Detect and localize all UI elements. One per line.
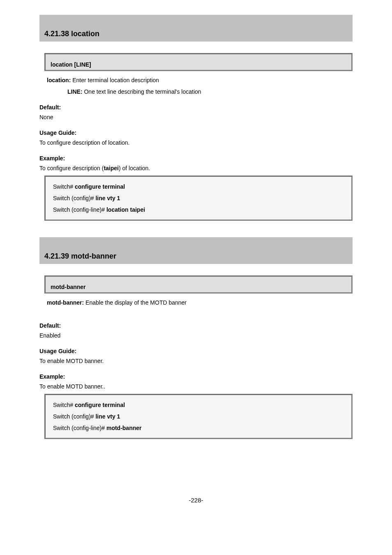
code-line: Switch# configure terminal [53, 399, 344, 411]
param-key: location: [47, 77, 71, 83]
command: location taipei [106, 206, 145, 213]
code-line: Switch (config)# line vty 1 [53, 192, 344, 204]
example-text-post: ) of location. [119, 165, 150, 171]
usage-value: To enable MOTD banner. [39, 358, 353, 364]
command: line vty 1 [95, 195, 120, 201]
param-key: LINE: [67, 88, 83, 95]
prompt: Switch# [53, 402, 75, 408]
code-line: Switch (config-line)# motd-banner [53, 422, 344, 434]
param-desc: Enter terminal location description [71, 77, 159, 83]
command-title: 4.21.38 location [44, 30, 99, 38]
example-value: To enable MOTD banner.. [39, 383, 353, 390]
param-line-location: location: Enter terminal location descri… [47, 77, 353, 83]
param-desc: One text line describing the terminal's … [83, 88, 201, 95]
page-number: -228- [39, 497, 353, 504]
code-line: Switch (config-line)# location taipei [53, 204, 344, 215]
section-location: 4.21.38 location location [LINE] locatio… [39, 15, 353, 221]
command-title: 4.21.39 motd-banner [44, 252, 116, 260]
code-box: Switch# configure terminal Switch (confi… [44, 176, 353, 221]
code-box: Switch# configure terminal Switch (confi… [44, 394, 353, 439]
param-key: motd-banner: [47, 299, 84, 306]
example-text: To configure description (taipei) of loc… [39, 165, 353, 171]
param-desc: Enable the display of the MOTD banner [84, 299, 187, 306]
example-label: Example: [39, 373, 353, 380]
example-text-pre: To configure description ( [39, 165, 104, 171]
param-line-line: LINE: One text line describing the termi… [67, 88, 353, 95]
prompt: Switch (config-line)# [53, 206, 106, 213]
command-title-bar: 4.21.38 location [39, 15, 353, 42]
syntax-text: motd-banner [51, 284, 86, 290]
syntax-text: location [LINE] [51, 61, 91, 68]
usage-value: To configure description of location. [39, 139, 353, 146]
command: line vty 1 [95, 413, 120, 420]
command: configure terminal [75, 183, 125, 190]
syntax-box: location [LINE] [44, 53, 353, 71]
command: motd-banner [106, 425, 142, 431]
default-value: None [39, 114, 353, 120]
prompt: Switch (config)# [53, 413, 95, 420]
code-line: Switch# configure terminal [53, 181, 344, 192]
usage-label: Usage Guide: [39, 348, 353, 354]
syntax-box: motd-banner [44, 275, 353, 294]
default-label: Default: [39, 322, 353, 329]
example-text-bold: taipei [104, 165, 119, 171]
section-motd-banner: 4.21.39 motd-banner motd-banner motd-ban… [39, 237, 353, 439]
prompt: Switch (config)# [53, 195, 95, 201]
param-line-motd: motd-banner: Enable the display of the M… [47, 299, 353, 306]
command: configure terminal [75, 402, 125, 408]
command-title-bar: 4.21.39 motd-banner [39, 237, 353, 264]
usage-label: Usage Guide: [39, 130, 353, 136]
code-line: Switch (config)# line vty 1 [53, 411, 344, 422]
default-label: Default: [39, 104, 353, 111]
prompt: Switch (config-line)# [53, 425, 106, 431]
example-label: Example: [39, 155, 353, 162]
prompt: Switch# [53, 183, 75, 190]
page: 4.21.38 location location [LINE] locatio… [0, 0, 392, 528]
default-value: Enabled [39, 332, 353, 339]
